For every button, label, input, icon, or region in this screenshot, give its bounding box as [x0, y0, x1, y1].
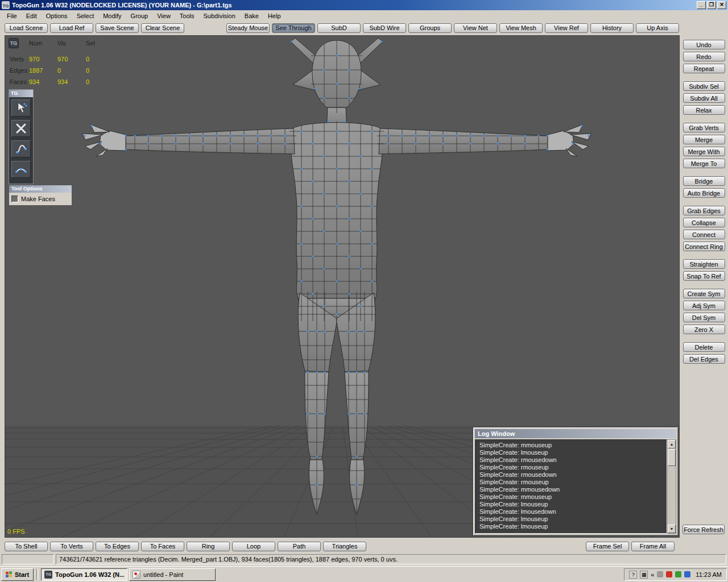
path-button[interactable]: Path	[278, 542, 321, 551]
menu-select[interactable]: Select	[72, 11, 99, 21]
collapse-tray-chevron[interactable]: «	[651, 571, 654, 578]
network-tray-icon[interactable]	[675, 571, 681, 577]
snap-to-ref-button[interactable]: Snap To Ref	[683, 271, 725, 281]
menu-subdivision[interactable]: Subdivision	[199, 11, 240, 21]
toolbar-view-mesh-button[interactable]: View Mesh	[499, 23, 543, 33]
toolbar-history-button[interactable]: History	[590, 23, 634, 33]
redo-button[interactable]: Redo	[683, 52, 725, 61]
alert-tray-icon[interactable]	[666, 571, 672, 577]
repeat-button[interactable]: Repeat	[683, 64, 725, 73]
windows-logo-icon	[6, 571, 13, 578]
log-window-title[interactable]: Log Window	[475, 429, 676, 438]
toolbar-groups-button[interactable]: Groups	[408, 23, 452, 33]
tool-options-title[interactable]: Tool Options	[9, 185, 72, 193]
stats-faces-num: 934	[29, 78, 57, 85]
scroll-up-button[interactable]: ▲	[668, 440, 676, 448]
close-button[interactable]: ✕	[717, 1, 726, 9]
menu-bake[interactable]: Bake	[240, 11, 263, 21]
task-topogun-1-06-w32-n[interactable]: TGTopoGun 1.06 W32 (N...	[41, 568, 127, 581]
minimize-button[interactable]: _	[697, 1, 706, 9]
viewport-3d[interactable]: TG NumVisSel Verts9709700Edges188700Face…	[5, 35, 680, 538]
delete-button[interactable]: Delete	[683, 342, 725, 352]
draw-tool-button[interactable]	[11, 140, 31, 157]
toolbar-subd-wire-button[interactable]: SubD Wire	[363, 23, 406, 33]
auto-bridge-button[interactable]: Auto Bridge	[683, 188, 725, 198]
toolbar-load-ref-button[interactable]: Load Ref	[50, 23, 93, 33]
to-verts-button[interactable]: To Verts	[50, 542, 93, 551]
to-edges-button[interactable]: To Edges	[96, 542, 139, 551]
triangles-button[interactable]: Triangles	[323, 542, 366, 551]
menu-edit[interactable]: Edit	[22, 11, 42, 21]
log-window-body: SimpleCreate: mmouseupSimpleCreate: lmou…	[475, 439, 676, 534]
del-edges-button[interactable]: Del Edges	[683, 354, 725, 364]
restore-button[interactable]: ❐	[707, 1, 716, 9]
status-field: 743621/743621 reference triangles (Decim…	[56, 554, 726, 564]
toolbar-view-ref-button[interactable]: View Ref	[545, 23, 588, 33]
scroll-down-button[interactable]: ▼	[668, 525, 676, 533]
toolbar-clear-scene-button[interactable]: Clear Scene	[141, 23, 184, 33]
toolbar-view-net-button[interactable]: View Net	[454, 23, 497, 33]
grab-verts-button[interactable]: Grab Verts	[683, 123, 725, 132]
bridge-tool-button[interactable]	[11, 161, 31, 178]
menu-file[interactable]: File	[2, 11, 22, 21]
stats-header-num: Num	[29, 40, 57, 47]
frame-all-button[interactable]: Frame All	[631, 542, 675, 551]
title-bar: TG TopoGun 1.06 W32 (NODELOCKED LICENSE)…	[0, 0, 728, 10]
tool-palette-title[interactable]: TG	[9, 90, 33, 97]
help-tray-icon[interactable]: ?	[629, 571, 637, 579]
menu-options[interactable]: Options	[42, 11, 72, 21]
loop-button[interactable]: Loop	[232, 542, 275, 551]
menu-view[interactable]: View	[152, 11, 175, 21]
create-sym-button[interactable]: Create Sym	[683, 289, 725, 298]
make-faces-checkbox[interactable]	[11, 196, 18, 202]
delete-tool-button[interactable]	[11, 120, 31, 137]
volume-tray-icon[interactable]	[657, 571, 663, 577]
ring-button[interactable]: Ring	[187, 542, 230, 551]
relax-button[interactable]: Relax	[683, 105, 725, 115]
log-scrollbar[interactable]: ▲ ▼	[667, 439, 676, 534]
menu-tools[interactable]: Tools	[175, 11, 199, 21]
toolbar-up-axis-button[interactable]: Up Axis	[636, 23, 679, 33]
tool-palette-body	[9, 97, 33, 184]
stats-row-faces: Faces9349340	[6, 76, 114, 88]
log-list: SimpleCreate: mmouseupSimpleCreate: lmou…	[475, 439, 667, 534]
toolbar-load-scene-button[interactable]: Load Scene	[5, 23, 48, 33]
merge-to-button[interactable]: Merge To	[683, 159, 725, 168]
subdiv-all-button[interactable]: Subdiv All	[683, 93, 725, 103]
keyboard-layout-tray-icon[interactable]: ▦	[640, 571, 648, 579]
toolbar-subd-button[interactable]: SubD	[317, 23, 361, 33]
scroll-track[interactable]	[668, 448, 676, 525]
to-faces-button[interactable]: To Faces	[141, 542, 184, 551]
zero-x-button[interactable]: Zero X	[683, 325, 725, 334]
merge-with-button[interactable]: Merge With	[683, 147, 725, 156]
merge-button[interactable]: Merge	[683, 135, 725, 144]
frame-sel-button[interactable]: Frame Sel	[586, 542, 629, 551]
subdiv-sel-button[interactable]: Subdiv Sel	[683, 81, 725, 91]
stats-edges-sel: 0	[86, 67, 114, 74]
log-entry: SimpleCreate: lmousedown	[479, 508, 667, 516]
connect-ring-button[interactable]: Connect Ring	[683, 242, 725, 251]
toolbar-save-scene-button[interactable]: Save Scene	[96, 23, 139, 33]
toolbar-see-through-button[interactable]: See Through	[272, 23, 315, 33]
simple-create-tool-button[interactable]	[11, 99, 31, 117]
stats-verts-num: 970	[29, 56, 57, 63]
collapse-button[interactable]: Collapse	[683, 218, 725, 227]
force-refresh-button[interactable]: Force Refresh	[682, 525, 725, 534]
adj-sym-button[interactable]: Adj Sym	[683, 301, 725, 310]
menu-modify[interactable]: Modify	[98, 11, 126, 21]
del-sym-button[interactable]: Del Sym	[683, 313, 725, 322]
scroll-thumb[interactable]	[668, 449, 676, 466]
grab-edges-button[interactable]: Grab Edges	[683, 206, 725, 215]
log-entry: SimpleCreate: rmousedown	[479, 471, 667, 479]
start-button[interactable]: Start	[1, 568, 34, 581]
straighten-button[interactable]: Straighten	[683, 259, 725, 269]
menu-help[interactable]: Help	[263, 11, 286, 21]
toolbar-steady-mouse-button[interactable]: Steady Mouse	[226, 23, 270, 33]
to-shell-button[interactable]: To Shell	[5, 542, 48, 551]
connect-button[interactable]: Connect	[683, 230, 725, 239]
display-tray-icon[interactable]	[684, 571, 690, 577]
undo-button[interactable]: Undo	[683, 40, 725, 49]
bridge-button[interactable]: Bridge	[683, 176, 725, 186]
task-untitled-paint[interactable]: untitled - Paint	[129, 568, 216, 581]
menu-group[interactable]: Group	[126, 11, 153, 21]
